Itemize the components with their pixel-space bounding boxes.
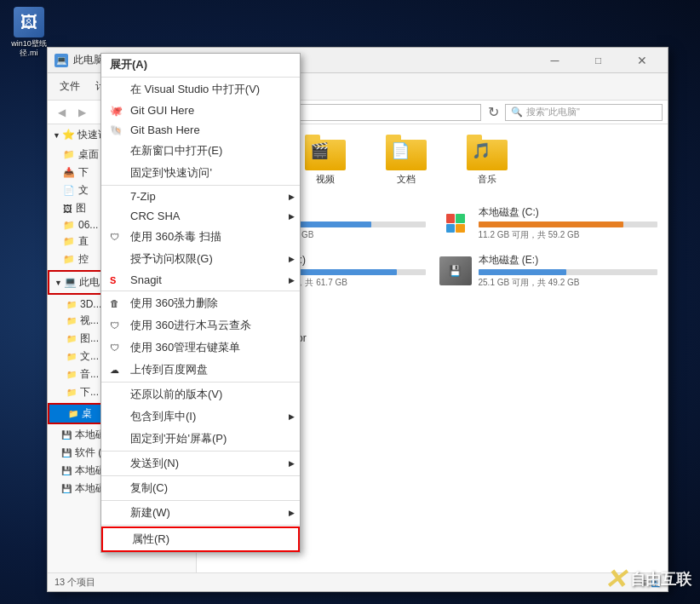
chevron-down-icon: ▼	[53, 131, 60, 140]
ctx-item-gitgui[interactable]: 🐙 Git GUI Here	[101, 101, 300, 120]
folder-icon: 📁	[66, 334, 77, 343]
toolbar-file-btn[interactable]: 文件	[53, 78, 87, 95]
ctx-item-baidu[interactable]: ☁ 上传到百度网盘	[101, 359, 300, 381]
gitgui-label: Git GUI Here	[130, 104, 194, 117]
drive-e-bar-fill	[479, 269, 566, 275]
zip-label: 7-Zip	[130, 190, 156, 203]
sidebar-label: 下	[78, 165, 89, 180]
ctx-item-gitbash[interactable]: 🐚 Git Bash Here	[101, 120, 300, 140]
folder-icon: 📁	[63, 220, 75, 231]
docs-folder-icon: 📄	[386, 135, 427, 170]
drive-icon: 💾	[61, 430, 72, 440]
close-button[interactable]: ✕	[623, 48, 661, 73]
video-folder-icon: 🎬	[305, 135, 346, 170]
folder-icon: 📁	[66, 300, 77, 309]
ctx-separator-8	[101, 525, 300, 526]
title-icon: 💻	[55, 54, 68, 67]
context-menu: 展开(A) 在 Visual Studio 中打开(V) 🐙 Git GUI H…	[100, 53, 301, 553]
back-button[interactable]: ◀	[53, 104, 70, 121]
chevron-down-icon: ▼	[55, 279, 62, 287]
submenu-arrow: ▶	[289, 276, 295, 285]
watermark-x-icon: ✕	[604, 563, 627, 595]
maximize-button[interactable]: □	[579, 48, 617, 73]
docs-label: 文档	[397, 173, 416, 186]
folder-item-music[interactable]: 🎵 音乐	[450, 131, 523, 189]
folder-icon: 📁	[63, 149, 75, 160]
trojan-icon: 🛡	[110, 320, 125, 331]
drive-c[interactable]: 本地磁盘 (C:) 11.2 GB 可用，共 59.2 GB	[436, 202, 662, 244]
submenu-arrow: ▶	[289, 509, 295, 517]
pinstart-label: 固定到'开始'屏幕(P)	[130, 431, 227, 446]
ctx-item-library[interactable]: 包含到库中(I) ▶	[101, 406, 300, 428]
ctx-separator-5	[101, 451, 300, 452]
ctx-item-vscode[interactable]: 在 Visual Studio 中打开(V)	[101, 78, 300, 101]
sidebar-label: 桌	[82, 406, 92, 421]
submenu-arrow: ▶	[289, 412, 295, 421]
ctx-item-new[interactable]: 新建(W) ▶	[101, 502, 300, 524]
forward-button[interactable]: ▶	[73, 104, 90, 121]
folder-icon: 📁	[68, 409, 78, 418]
drive-e-icon: 💾	[439, 256, 472, 285]
folder-icon: 📁	[66, 388, 77, 397]
ctx-item-expand[interactable]: 展开(A)	[101, 54, 300, 76]
folder-icon: 📁	[63, 236, 75, 247]
drive-c-size: 11.2 GB 可用，共 59.2 GB	[479, 229, 658, 241]
gitbash-icon: 🐚	[110, 124, 125, 136]
ctx-item-360trojan[interactable]: 🛡 使用 360进行木马云查杀	[101, 314, 300, 337]
right-icon: 🛡	[110, 342, 125, 353]
ctx-separator-1	[101, 77, 300, 78]
drive-icon: 💾	[61, 466, 72, 475]
search-icon: 🔍	[511, 106, 523, 118]
library-label: 包含到库中(I)	[130, 409, 196, 424]
drive-e-info: 本地磁盘 (E:) 25.1 GB 可用，共 49.2 GB	[479, 253, 658, 289]
right-label: 使用 360管理右键菜单	[130, 340, 240, 355]
search-placeholder: 搜索"此电脑"	[526, 106, 580, 118]
minimize-button[interactable]: ─	[536, 48, 574, 73]
ctx-item-sendto[interactable]: 发送到(N) ▶	[101, 452, 300, 475]
video-label: 视频	[316, 173, 335, 186]
folder-icon: 📁	[66, 316, 77, 325]
folder-icon: 📁	[66, 352, 77, 361]
ctx-item-snagit[interactable]: S Snagit ▶	[101, 270, 300, 290]
vscode-label: 在 Visual Studio 中打开(V)	[130, 82, 260, 97]
drive-c-bar-bg	[479, 221, 658, 227]
sidebar-label: 桌面	[78, 147, 99, 162]
ctx-item-newwin[interactable]: 在新窗口中打开(E)	[101, 140, 300, 162]
copy-label: 复制(C)	[130, 480, 168, 496]
sidebar-label: 音...	[80, 367, 99, 382]
ctx-item-360right[interactable]: 🛡 使用 360管理右键菜单	[101, 337, 300, 359]
ctx-item-360scan[interactable]: 🛡 使用 360杀毒 扫描	[101, 226, 300, 248]
ctx-separator-6	[101, 475, 300, 476]
drive-c-name: 本地磁盘 (C:)	[479, 205, 658, 220]
ctx-item-copy[interactable]: 复制(C)	[101, 477, 300, 499]
search-field[interactable]: 🔍 搜索"此电脑"	[505, 104, 663, 121]
snagit-icon: S	[110, 275, 125, 285]
ctx-item-pin[interactable]: 固定到'快速访问'	[101, 162, 300, 184]
drive-e[interactable]: 💾 本地磁盘 (E:) 25.1 GB 可用，共 49.2 GB	[436, 250, 662, 292]
ctx-item-360del[interactable]: 🗑 使用 360强力删除	[101, 292, 300, 314]
folder-icon: 📥	[63, 167, 75, 178]
restore-label: 还原以前的版本(V)	[130, 387, 222, 402]
desktop-icon-win10[interactable]: 🖼 win10壁纸径.mi	[7, 7, 51, 58]
ctx-item-restore[interactable]: 还原以前的版本(V)	[101, 383, 300, 406]
ctx-separator-4	[101, 382, 300, 383]
ctx-item-properties[interactable]: 属性(R)	[101, 526, 300, 552]
sidebar-label: 图...	[80, 331, 99, 346]
drives-right-column: 本地磁盘 (C:) 11.2 GB 可用，共 59.2 GB 💾	[436, 202, 662, 292]
ctx-item-access[interactable]: 授予访问权限(G) ▶	[101, 248, 300, 270]
ctx-item-crcsha[interactable]: CRC SHA ▶	[101, 206, 300, 226]
music-label: 音乐	[478, 173, 496, 186]
trojan-label: 使用 360进行木马云查杀	[130, 318, 251, 333]
refresh-button[interactable]: ↻	[485, 104, 502, 121]
drive-c-bar-fill	[479, 221, 624, 227]
sidebar-label: 3D...	[80, 298, 101, 310]
drive-c-icon	[439, 209, 472, 238]
ctx-item-7zip[interactable]: 7-Zip ▶	[101, 187, 300, 206]
folder-item-docs[interactable]: 📄 文档	[370, 131, 442, 189]
sidebar-label: 直	[78, 234, 89, 249]
ctx-separator-7	[101, 500, 300, 501]
crc-label: CRC SHA	[130, 210, 181, 222]
ctx-item-pinstart[interactable]: 固定到'开始'屏幕(P)	[101, 428, 300, 450]
sidebar-label: 文...	[80, 349, 99, 364]
baidu-upload-label: 上传到百度网盘	[130, 362, 208, 377]
